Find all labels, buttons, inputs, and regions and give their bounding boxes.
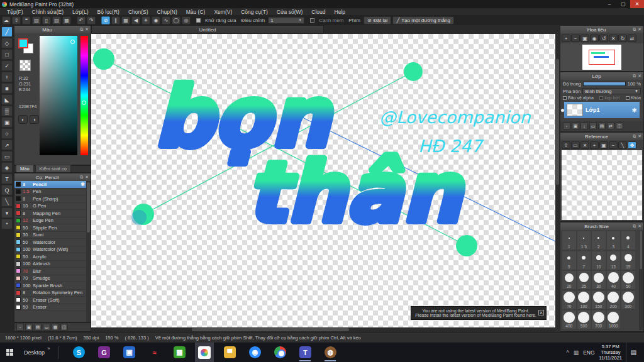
brush-size-option[interactable]: 7	[577, 251, 592, 270]
brush-item[interactable]: 12Edge Pen	[14, 217, 86, 225]
document-icon[interactable]: ▯	[42, 16, 51, 25]
cloud-icon[interactable]: ☁	[2, 16, 11, 25]
undo-icon[interactable]: ↶	[77, 16, 86, 25]
brush-size-option[interactable]: 700	[591, 310, 606, 329]
brush-item[interactable]: 100Airbrush	[14, 261, 86, 268]
foreground-color-swatch[interactable]	[18, 38, 28, 48]
menu-item-6[interactable]: Màu (C)	[182, 9, 210, 15]
brush-size-option[interactable]: 400	[562, 310, 577, 329]
brush-item[interactable]: 8Mapping Pen	[14, 210, 86, 217]
brush-screen-icon[interactable]: ▦	[52, 324, 59, 331]
list-icon[interactable]: ▤	[52, 16, 61, 25]
brush-item[interactable]: 30Sumi	[14, 232, 86, 239]
comment-icon[interactable]: ❝	[22, 16, 31, 25]
blend-dropdown[interactable]: Bình thường ▼	[582, 88, 641, 94]
shape-tool[interactable]: ■	[1, 83, 13, 94]
menu-item-0[interactable]: Tệp(F)	[3, 9, 28, 15]
sv-marker[interactable]	[70, 40, 75, 44]
ref-open-icon[interactable]: ▭	[571, 141, 580, 149]
garena-app[interactable]: G	[94, 343, 113, 362]
brush-size-option[interactable]: 500	[577, 310, 592, 329]
text-tool[interactable]: T	[1, 173, 13, 184]
brush-item[interactable]: 50Acrylic	[14, 253, 86, 261]
brush-size-option[interactable]: 13	[606, 251, 621, 270]
popout-icon[interactable]: ⧉	[633, 224, 636, 229]
soft-edge-checkbox[interactable]	[310, 18, 314, 23]
hand-tool[interactable]: *	[1, 219, 13, 229]
notification-close-icon[interactable]: ✕	[538, 310, 544, 315]
nav-reset-view-icon[interactable]: ✕	[609, 35, 618, 42]
ref-zoom-out-icon[interactable]: −	[609, 141, 618, 149]
close-icon[interactable]: ✕	[638, 74, 641, 79]
start-button[interactable]	[0, 343, 19, 362]
close-icon[interactable]: ✕	[85, 27, 89, 32]
skype-app[interactable]: S	[69, 343, 88, 362]
snap-parallel-icon[interactable]: ∥	[111, 16, 120, 25]
ref-eyedropper-icon[interactable]: ╲	[618, 141, 627, 149]
brush-size-option[interactable]: 2	[591, 231, 606, 250]
ref-clear-icon[interactable]: ✕	[580, 141, 589, 149]
nav-actual-size-icon[interactable]: ◉	[590, 35, 599, 42]
ref-hand-icon[interactable]: ✥	[628, 141, 636, 149]
opacity-slider[interactable]	[583, 82, 626, 86]
delete-layer-icon[interactable]: ◫	[616, 123, 623, 129]
grid-icon[interactable]: ▦	[62, 16, 71, 25]
snap-grid-icon[interactable]: ▦	[121, 16, 130, 25]
brush-item[interactable]: 8Pen (Sharp)	[14, 195, 86, 203]
select-area-tool[interactable]: ▣	[1, 117, 13, 128]
brush-size-option[interactable]: 40	[606, 270, 621, 290]
tray-chevron-icon[interactable]: ^	[566, 349, 569, 356]
signal-app[interactable]: ≈	[145, 343, 164, 362]
layer-transfer-icon[interactable]: ⇄	[607, 123, 614, 129]
brush-item[interactable]: 50Eraser	[14, 304, 86, 312]
protect-alpha-checkbox[interactable]: Bảo vệ alpha	[563, 96, 594, 100]
brush-size-scrollbar[interactable]	[639, 231, 643, 330]
snap-ellipse-icon[interactable]: ◯	[172, 16, 180, 25]
popout-icon[interactable]: ⧉	[80, 27, 83, 32]
snap-vanishing-icon[interactable]: ◀	[131, 16, 140, 25]
menu-item-10[interactable]: Cloud	[307, 9, 330, 15]
color-tab-0[interactable]: Màu	[16, 165, 34, 172]
file-explorer-app[interactable]: ▀	[220, 343, 239, 362]
vertical-scrollbar[interactable]	[555, 34, 560, 327]
brush-item[interactable]: 50Watercolor	[14, 239, 86, 246]
nav-rotate-right-icon[interactable]: ↻	[618, 35, 627, 42]
bucket-tool[interactable]: ◣	[1, 94, 13, 105]
popout-icon[interactable]: ⧉	[633, 134, 636, 139]
ref-zoom-in-icon[interactable]: +	[590, 141, 599, 149]
brush-size-option[interactable]: 300	[621, 290, 636, 310]
brush-item[interactable]: 50Eraser (Soft)	[14, 297, 86, 304]
pen-tool[interactable]: ╲	[1, 196, 13, 207]
account-app[interactable]: ◍	[321, 343, 340, 362]
brush-size-option[interactable]: 200	[606, 290, 621, 310]
brush-size-option[interactable]: 25	[577, 270, 592, 290]
language-indicator[interactable]: ENG	[583, 349, 594, 356]
brush-size-option[interactable]: 100	[577, 290, 592, 310]
menu-item-7[interactable]: Xem(V)	[209, 9, 236, 15]
adjust-dropdown[interactable]: 1 ▼	[268, 17, 304, 24]
brush-item[interactable]: 50Stipple Pen	[14, 224, 86, 232]
redo-icon[interactable]: ↷	[87, 16, 96, 25]
duplicate-layer-icon[interactable]: ▣	[572, 123, 579, 129]
eyedropper-tool[interactable]: ▾	[1, 207, 13, 218]
close-icon[interactable]: ✕	[638, 224, 641, 229]
brush-item[interactable]: 70Smudge	[14, 275, 86, 283]
ref-fit-icon[interactable]: ▣	[599, 141, 608, 149]
popout-icon[interactable]: ⧉	[633, 74, 636, 79]
brush-size-option[interactable]: 15	[621, 251, 636, 270]
game-app[interactable]: ▦	[170, 343, 189, 362]
brush-folder-icon[interactable]: ▭	[43, 324, 50, 331]
new-brush-icon[interactable]: ▫	[16, 324, 24, 331]
canvas-viewport[interactable]: bọn thân @Lovecompanion HĐ 247 You are n…	[91, 34, 555, 327]
brush-item[interactable]: 3Pencil✱	[14, 181, 86, 189]
layer-visibility-icon[interactable]	[561, 109, 564, 112]
snap-circle-icon[interactable]: ◉	[152, 16, 160, 25]
nav-zoom-in-icon[interactable]: +	[562, 35, 570, 42]
hue-marker[interactable]	[82, 101, 86, 105]
menu-item-5[interactable]: Chụp(N)	[153, 9, 182, 15]
navigator-thumbnail[interactable]	[582, 45, 621, 70]
edit-tool[interactable]: ▭	[1, 151, 13, 162]
control-tool[interactable]: ↗	[1, 140, 13, 150]
brush-list-scrollbar[interactable]	[86, 181, 91, 322]
snap-radial-icon[interactable]: ✳	[142, 16, 150, 25]
